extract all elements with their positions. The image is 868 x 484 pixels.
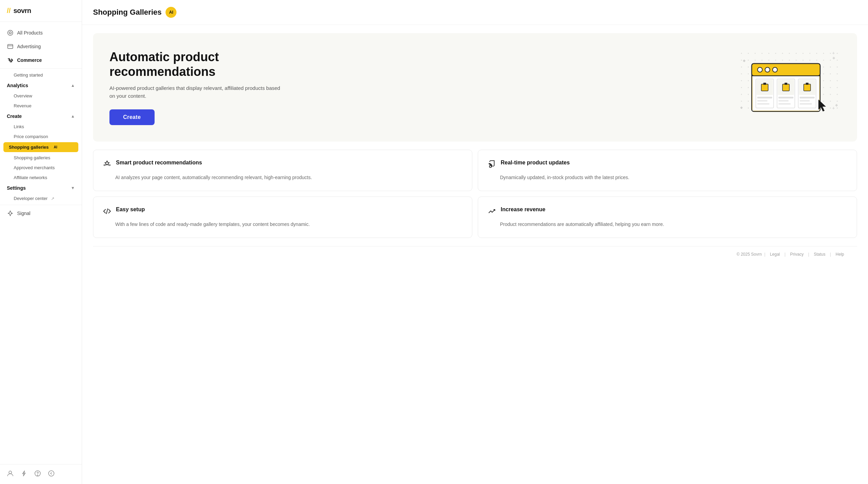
feature-title-setup: Easy setup [116,206,145,213]
svg-point-25 [741,59,742,60]
svg-rect-156 [761,84,768,91]
svg-point-1 [9,32,11,34]
back-icon[interactable] [48,470,55,479]
feature-desc-setup: With a few lines of code and ready-made … [103,221,462,228]
footer-help-link[interactable]: Help [836,252,844,257]
sidebar-item-create[interactable]: Create ▲ [0,111,82,122]
sidebar-item-affiliate-networks[interactable]: Affiliate networks [0,173,82,183]
svg-point-98 [830,87,831,88]
sidebar-item-all-products[interactable]: All Products [0,26,82,40]
svg-rect-176 [800,100,810,102]
svg-point-27 [755,59,756,60]
svg-point-6 [9,471,12,474]
signal-icon [7,210,14,217]
feature-card-easy-setup: Easy setup With a few lines of code and … [93,197,472,238]
sidebar-item-developer-center[interactable]: Developer center ↗ [0,193,82,203]
sidebar-item-approved-merchants[interactable]: Approved merchants [0,163,82,173]
svg-point-16 [782,53,783,54]
svg-point-68 [830,73,831,74]
analytics-chevron-icon: ▲ [71,83,75,88]
sidebar-item-shopping-galleries[interactable]: Shopping galleries [0,153,82,163]
svg-point-152 [773,67,777,72]
svg-point-21 [816,53,817,54]
sidebar-item-price-comparison[interactable]: Price comparison [0,132,82,142]
increase-revenue-icon [488,207,496,217]
svg-point-17 [789,53,790,54]
svg-point-40 [741,66,742,67]
user-icon[interactable] [7,470,14,479]
svg-point-10 [741,53,742,54]
advertising-icon [7,43,14,50]
svg-point-0 [8,30,13,36]
hero-section: Automatic product recommendations AI-pow… [93,33,857,142]
svg-point-8 [37,475,38,475]
footer: © 2025 Sovrn | Legal | Privacy | Status … [93,246,857,262]
settings-chevron-icon: ▼ [71,186,75,190]
svg-point-56 [748,73,749,74]
svg-point-39 [837,59,838,60]
sidebar-item-settings[interactable]: Settings ▼ [0,183,82,193]
svg-rect-167 [778,97,793,98]
svg-point-36 [816,59,817,60]
svg-point-69 [837,73,838,74]
sidebar-item-links[interactable]: Links [0,122,82,132]
svg-point-12 [755,53,756,54]
svg-point-101 [748,94,749,95]
svg-point-19 [803,53,804,54]
svg-point-26 [748,59,749,60]
svg-rect-164 [782,84,789,91]
logo-text: sovrn [13,7,31,15]
svg-point-20 [810,53,811,54]
svg-rect-175 [800,97,815,98]
svg-point-67 [823,73,824,74]
svg-rect-159 [757,97,772,98]
create-chevron-icon: ▲ [71,114,75,119]
footer-legal-link[interactable]: Legal [770,252,780,257]
help-icon[interactable] [34,470,41,479]
footer-sep2: | [785,252,786,257]
footer-sep4: | [830,252,831,257]
svg-point-128 [830,100,831,102]
svg-rect-2 [8,44,13,49]
feature-desc-revenue: Product recommendations are automaticall… [488,221,847,228]
svg-point-143 [830,107,831,108]
main-content-area: Shopping Galleries AI Automatic product … [82,0,868,484]
svg-rect-160 [757,100,767,102]
svg-point-54 [837,66,838,67]
footer-status-link[interactable]: Status [814,252,825,257]
sidebar-item-advertising[interactable]: Advertising [0,40,82,53]
svg-point-38 [830,59,831,60]
lightning-icon[interactable] [21,470,27,479]
feature-title-realtime: Real-time product updates [501,160,570,166]
sidebar-item-commerce[interactable]: Commerce [0,53,82,67]
svg-text:+: + [832,105,835,111]
svg-point-55 [741,73,742,74]
sidebar-item-getting-started[interactable]: Getting started [0,70,82,80]
sidebar-item-revenue[interactable]: Revenue [0,101,82,111]
feature-desc-smart: AI analyzes your page content, automatic… [103,174,462,181]
svg-point-22 [823,53,824,54]
create-button[interactable]: Create [109,109,155,125]
svg-point-30 [775,59,776,60]
svg-point-131 [748,107,749,108]
hero-illustration: + + [738,50,841,125]
svg-point-100 [741,94,742,95]
sidebar-item-signal[interactable]: Signal [0,206,82,220]
sidebar-bottom [0,464,82,484]
hero-text: Automatic product recommendations AI-pow… [109,50,287,125]
svg-point-11 [748,53,749,54]
svg-point-14 [768,53,770,54]
smart-recommendations-icon [103,160,111,171]
sidebar-item-analytics[interactable]: Analytics ▲ [0,80,82,91]
sidebar-nav: All Products Advertising Commerce [0,22,82,464]
svg-point-144 [837,107,838,108]
feature-card-header: Smart product recommendations [103,160,462,171]
svg-point-41 [748,66,749,67]
footer-sep3: | [808,252,809,257]
sidebar: // sovrn All Products Advertising [0,0,82,484]
svg-point-112 [823,94,824,95]
svg-point-28 [762,59,763,60]
footer-privacy-link[interactable]: Privacy [790,252,803,257]
sidebar-item-shopping-galleries-ai[interactable]: Shopping galleries AI [3,142,78,152]
sidebar-item-overview[interactable]: Overview [0,91,82,101]
